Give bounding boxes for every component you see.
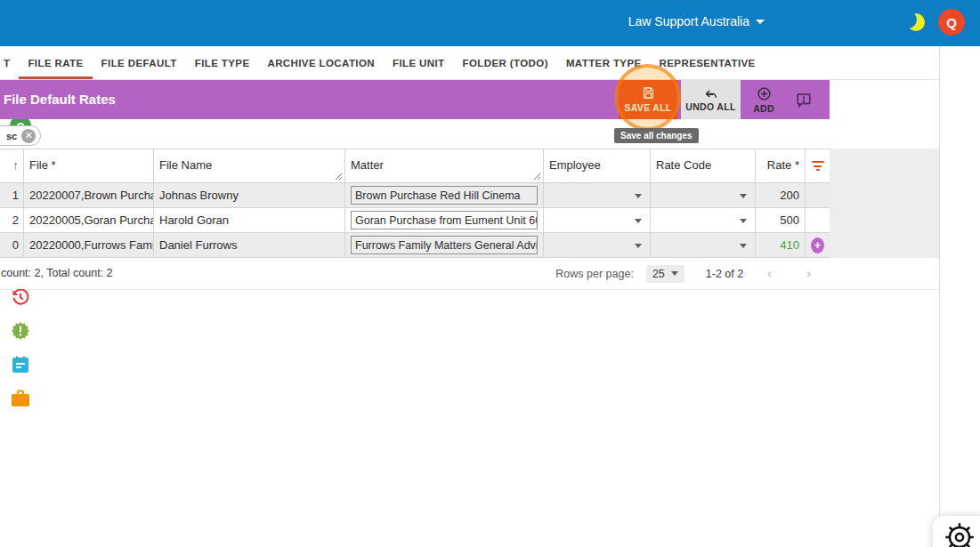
row-actions-cell (806, 183, 830, 207)
rate-code-select[interactable] (651, 183, 756, 207)
filter-chip-label: sc (6, 131, 17, 141)
matter-cell[interactable]: Brown Purchase Red Hill Cinema (345, 183, 544, 207)
org-selector[interactable]: Law Support Australia (628, 14, 765, 28)
employee-select[interactable] (544, 233, 651, 257)
tab-file-default[interactable]: FILE DEFAULT (93, 46, 186, 79)
matter-textarea[interactable]: Brown Purchase Red Hill Cinema (351, 186, 538, 205)
rows-per-page-label: Rows per page: (555, 268, 634, 280)
row-actions-cell: + (806, 233, 830, 257)
col-header-rate-code[interactable]: Rate Code (651, 149, 756, 182)
footer-divider (0, 289, 939, 290)
tab-file-rate[interactable]: FILE RATE (19, 46, 92, 79)
prev-page-icon[interactable]: ‹ (756, 265, 782, 282)
col-header-matter[interactable]: Matter (345, 149, 544, 182)
select-caret-icon (635, 244, 642, 248)
col-header-actions (806, 149, 830, 182)
chip-remove-icon[interactable]: ✕ (21, 129, 36, 143)
tab-representative[interactable]: REPRESENTATIVE (651, 46, 765, 79)
table-row[interactable]: 2 20220005,Goran Purchas.. Harold Goran … (0, 208, 830, 233)
rate-code-select[interactable] (651, 233, 756, 257)
chevron-down-icon (756, 20, 765, 24)
top-app-bar: Law Support Australia Q (0, 0, 980, 46)
file-name-cell[interactable]: Daniel Furrows (154, 233, 345, 257)
notes-icon[interactable] (0, 354, 41, 375)
filter-icon[interactable] (812, 161, 824, 171)
undo-all-button[interactable]: UNDO ALL (681, 80, 741, 119)
right-icon-sidebar (939, 0, 980, 547)
history-icon[interactable] (0, 286, 41, 308)
tab-archive-location[interactable]: ARCHIVE LOCATION (258, 46, 384, 79)
next-page-icon[interactable]: › (796, 265, 822, 282)
table-footer: count: 2, Total count: 2 Rows per page: … (0, 258, 830, 289)
rate-cell-changed[interactable]: 410 (756, 233, 806, 257)
col-header-rate[interactable]: Rate * (756, 149, 806, 182)
page-range-text: 1-2 of 2 (706, 268, 743, 280)
briefcase-icon[interactable] (0, 389, 41, 408)
org-name: Law Support Australia (628, 14, 749, 28)
system-alert-icon[interactable] (0, 320, 41, 342)
file-name-cell[interactable]: Harold Goran (154, 208, 345, 232)
resize-handle-icon[interactable] (335, 173, 343, 181)
select-caret-icon (635, 219, 642, 223)
select-caret-icon (671, 271, 678, 276)
select-caret-icon (740, 194, 747, 198)
employee-select[interactable] (544, 183, 651, 207)
tab-folder-todo[interactable]: FOLDER (TODO) (454, 46, 557, 79)
app-window: Law Support Australia Q T FILE RATE FILE… (0, 0, 980, 547)
feedback-bubble-icon[interactable] (796, 92, 812, 108)
matter-cell[interactable]: Goran Purchase from Eument Unit 607 152 (345, 208, 544, 232)
select-caret-icon (740, 244, 747, 248)
col-header-file[interactable]: File * (24, 149, 154, 182)
rate-cell[interactable]: 500 (756, 208, 806, 232)
save-icon (642, 86, 655, 100)
filter-chip[interactable]: sc ✕ (0, 125, 41, 146)
select-caret-icon (635, 194, 642, 198)
matter-textarea[interactable]: Goran Purchase from Eument Unit 607 152 (351, 211, 538, 229)
tab-file-unit[interactable]: FILE UNIT (384, 46, 454, 79)
add-circle-icon (757, 86, 772, 101)
matter-cell[interactable]: Furrows Family Matters General Advice (345, 233, 544, 257)
table-header-row: ↑ File * File Name Matter Employee Rate … (0, 149, 830, 183)
tab-matter-type[interactable]: MATTER TYPE (557, 46, 651, 79)
resize-handle-icon[interactable] (533, 173, 541, 181)
rows-per-page-select[interactable]: 25 (646, 265, 684, 283)
select-caret-icon (740, 219, 747, 223)
sort-arrow-up-icon[interactable]: ↑ (12, 158, 19, 173)
file-cell[interactable]: 20220000,Furrows Family (24, 233, 154, 257)
undo-icon (703, 88, 718, 100)
pagination: Rows per page: 25 1-2 of 2 ‹ › (555, 258, 822, 289)
section-toolbar: File Default Rates SAVE ALL UNDO ALL (0, 80, 830, 119)
assistant-widget[interactable] (933, 516, 980, 547)
helm-icon (943, 520, 976, 547)
rate-code-select[interactable] (651, 208, 756, 232)
col-header-file-name[interactable]: File Name (154, 149, 345, 182)
file-rates-table: ↑ File * File Name Matter Employee Rate … (0, 149, 830, 258)
col-header-employee[interactable]: Employee (544, 149, 651, 182)
sort-column-header[interactable]: ↑ (0, 149, 24, 182)
row-actions-cell (806, 208, 830, 232)
row-number: 1 (0, 183, 24, 207)
table-row[interactable]: 0 20220000,Furrows Family Daniel Furrows… (0, 233, 830, 258)
row-number: 0 (0, 233, 24, 257)
grid-empty-area (830, 149, 939, 258)
row-number: 2 (0, 208, 24, 232)
tab-file-type[interactable]: FILE TYPE (186, 46, 259, 79)
table-row[interactable]: 1 20220007,Brown Purchas.. Johnas Browny… (0, 183, 830, 208)
add-button[interactable]: ADD (748, 80, 780, 119)
save-all-tooltip: Save all changes (614, 128, 699, 143)
dark-mode-toggle[interactable] (907, 13, 925, 31)
page-title: File Default Rates (4, 92, 116, 107)
matter-textarea[interactable]: Furrows Family Matters General Advice (351, 236, 538, 254)
rate-cell[interactable]: 200 (756, 183, 806, 207)
count-text: count: 2, Total count: 2 (1, 267, 113, 279)
user-avatar[interactable]: Q (938, 9, 965, 36)
module-tab-bar: T FILE RATE FILE DEFAULT FILE TYPE ARCHI… (0, 46, 939, 80)
tab-cutoff[interactable]: T (0, 46, 19, 79)
file-cell[interactable]: 20220007,Brown Purchas.. (24, 183, 154, 207)
file-name-cell[interactable]: Johnas Browny (154, 183, 345, 207)
add-row-plus-button[interactable]: + (811, 237, 824, 253)
file-cell[interactable]: 20220005,Goran Purchas.. (24, 208, 154, 232)
employee-select[interactable] (544, 208, 651, 232)
save-all-button[interactable]: SAVE ALL (619, 80, 677, 119)
